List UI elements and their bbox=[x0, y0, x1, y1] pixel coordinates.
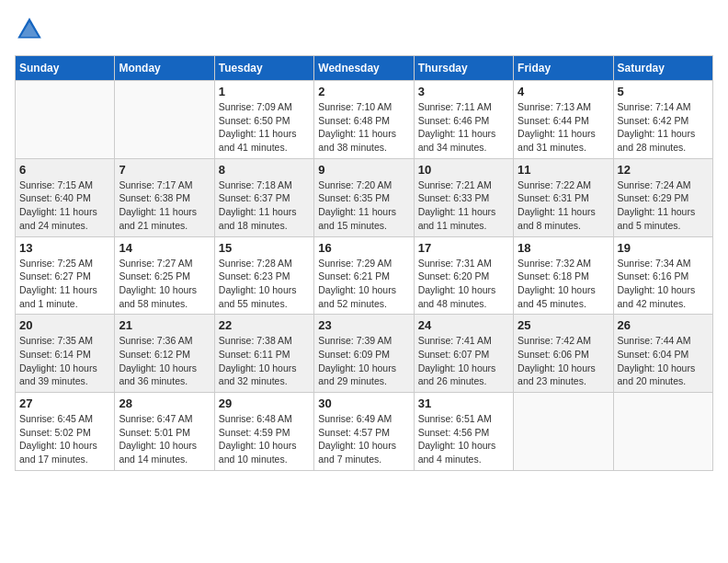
week-row-5: 27Sunrise: 6:45 AM Sunset: 5:02 PM Dayli… bbox=[16, 393, 713, 471]
day-number: 29 bbox=[219, 396, 310, 410]
day-info: Sunrise: 7:41 AM Sunset: 6:07 PM Dayligh… bbox=[418, 334, 509, 388]
calendar-cell: 31Sunrise: 6:51 AM Sunset: 4:56 PM Dayli… bbox=[414, 393, 513, 471]
calendar-cell: 11Sunrise: 7:22 AM Sunset: 6:31 PM Dayli… bbox=[514, 158, 613, 236]
day-info: Sunrise: 7:17 AM Sunset: 6:38 PM Dayligh… bbox=[119, 178, 210, 233]
calendar-cell: 24Sunrise: 7:41 AM Sunset: 6:07 PM Dayli… bbox=[414, 315, 513, 393]
logo bbox=[15, 15, 48, 44]
day-number: 21 bbox=[119, 318, 210, 332]
calendar-cell: 12Sunrise: 7:24 AM Sunset: 6:29 PM Dayli… bbox=[613, 158, 712, 236]
calendar-cell: 25Sunrise: 7:42 AM Sunset: 6:06 PM Dayli… bbox=[514, 315, 613, 393]
day-info: Sunrise: 7:42 AM Sunset: 6:06 PM Dayligh… bbox=[518, 334, 609, 388]
calendar-cell: 6Sunrise: 7:15 AM Sunset: 6:40 PM Daylig… bbox=[16, 158, 115, 236]
day-number: 4 bbox=[518, 85, 609, 98]
day-number: 19 bbox=[618, 241, 709, 255]
day-number: 6 bbox=[19, 163, 110, 177]
calendar-cell: 4Sunrise: 7:13 AM Sunset: 6:44 PM Daylig… bbox=[514, 81, 613, 159]
day-number: 1 bbox=[219, 85, 310, 98]
day-number: 28 bbox=[119, 396, 210, 410]
calendar-cell: 5Sunrise: 7:14 AM Sunset: 6:42 PM Daylig… bbox=[613, 81, 712, 159]
day-info: Sunrise: 7:39 AM Sunset: 6:09 PM Dayligh… bbox=[318, 334, 409, 388]
day-number: 5 bbox=[618, 85, 709, 98]
day-number: 22 bbox=[219, 318, 310, 332]
logo-icon bbox=[15, 15, 44, 44]
day-number: 3 bbox=[418, 85, 509, 98]
week-row-2: 6Sunrise: 7:15 AM Sunset: 6:40 PM Daylig… bbox=[16, 158, 713, 236]
calendar-cell: 27Sunrise: 6:45 AM Sunset: 5:02 PM Dayli… bbox=[16, 393, 115, 471]
day-info: Sunrise: 6:49 AM Sunset: 4:57 PM Dayligh… bbox=[318, 412, 409, 466]
calendar-table: SundayMondayTuesdayWednesdayThursdayFrid… bbox=[15, 55, 713, 471]
day-number: 8 bbox=[219, 163, 310, 177]
day-number: 18 bbox=[518, 241, 609, 255]
day-info: Sunrise: 6:45 AM Sunset: 5:02 PM Dayligh… bbox=[19, 412, 110, 466]
day-info: Sunrise: 6:47 AM Sunset: 5:01 PM Dayligh… bbox=[119, 412, 210, 466]
day-header-monday: Monday bbox=[115, 56, 214, 81]
calendar-cell: 16Sunrise: 7:29 AM Sunset: 6:21 PM Dayli… bbox=[314, 236, 414, 315]
calendar-cell: 17Sunrise: 7:31 AM Sunset: 6:20 PM Dayli… bbox=[414, 236, 513, 315]
day-info: Sunrise: 7:35 AM Sunset: 6:14 PM Dayligh… bbox=[19, 334, 110, 388]
day-number: 16 bbox=[318, 241, 409, 255]
day-info: Sunrise: 7:27 AM Sunset: 6:25 PM Dayligh… bbox=[119, 257, 210, 311]
header-row: SundayMondayTuesdayWednesdayThursdayFrid… bbox=[16, 56, 713, 81]
day-info: Sunrise: 6:48 AM Sunset: 4:59 PM Dayligh… bbox=[219, 412, 310, 466]
calendar-cell bbox=[514, 393, 613, 471]
day-info: Sunrise: 7:14 AM Sunset: 6:42 PM Dayligh… bbox=[618, 100, 709, 155]
day-number: 26 bbox=[618, 318, 709, 332]
day-number: 17 bbox=[418, 241, 509, 255]
day-number: 23 bbox=[318, 318, 409, 332]
calendar-cell: 7Sunrise: 7:17 AM Sunset: 6:38 PM Daylig… bbox=[115, 158, 214, 236]
day-number: 13 bbox=[19, 241, 110, 255]
day-number: 25 bbox=[518, 318, 609, 332]
calendar-cell: 29Sunrise: 6:48 AM Sunset: 4:59 PM Dayli… bbox=[214, 393, 313, 471]
day-info: Sunrise: 7:09 AM Sunset: 6:50 PM Dayligh… bbox=[219, 100, 310, 155]
calendar-cell: 22Sunrise: 7:38 AM Sunset: 6:11 PM Dayli… bbox=[214, 315, 313, 393]
day-number: 27 bbox=[19, 396, 110, 410]
calendar-cell: 18Sunrise: 7:32 AM Sunset: 6:18 PM Dayli… bbox=[514, 236, 613, 315]
day-header-sunday: Sunday bbox=[16, 56, 115, 81]
day-number: 20 bbox=[19, 318, 110, 332]
day-number: 24 bbox=[418, 318, 509, 332]
day-info: Sunrise: 7:34 AM Sunset: 6:16 PM Dayligh… bbox=[618, 257, 709, 311]
day-number: 14 bbox=[119, 241, 210, 255]
day-info: Sunrise: 7:10 AM Sunset: 6:48 PM Dayligh… bbox=[318, 100, 409, 155]
day-header-wednesday: Wednesday bbox=[314, 56, 414, 81]
day-number: 31 bbox=[418, 396, 509, 410]
day-number: 10 bbox=[418, 163, 509, 177]
day-number: 30 bbox=[318, 396, 409, 410]
day-info: Sunrise: 7:38 AM Sunset: 6:11 PM Dayligh… bbox=[219, 334, 310, 388]
day-info: Sunrise: 7:24 AM Sunset: 6:29 PM Dayligh… bbox=[618, 178, 709, 233]
week-row-3: 13Sunrise: 7:25 AM Sunset: 6:27 PM Dayli… bbox=[16, 236, 713, 315]
day-header-saturday: Saturday bbox=[613, 56, 712, 81]
day-info: Sunrise: 7:11 AM Sunset: 6:46 PM Dayligh… bbox=[418, 100, 509, 155]
day-number: 15 bbox=[219, 241, 310, 255]
week-row-1: 1Sunrise: 7:09 AM Sunset: 6:50 PM Daylig… bbox=[16, 81, 713, 159]
calendar-cell: 26Sunrise: 7:44 AM Sunset: 6:04 PM Dayli… bbox=[613, 315, 712, 393]
day-number: 2 bbox=[318, 85, 409, 98]
week-row-4: 20Sunrise: 7:35 AM Sunset: 6:14 PM Dayli… bbox=[16, 315, 713, 393]
day-number: 11 bbox=[518, 163, 609, 177]
calendar-cell: 28Sunrise: 6:47 AM Sunset: 5:01 PM Dayli… bbox=[115, 393, 214, 471]
calendar-cell: 8Sunrise: 7:18 AM Sunset: 6:37 PM Daylig… bbox=[214, 158, 313, 236]
calendar-cell: 3Sunrise: 7:11 AM Sunset: 6:46 PM Daylig… bbox=[414, 81, 513, 159]
day-header-tuesday: Tuesday bbox=[214, 56, 313, 81]
calendar-cell: 2Sunrise: 7:10 AM Sunset: 6:48 PM Daylig… bbox=[314, 81, 414, 159]
calendar-cell bbox=[613, 393, 712, 471]
calendar-cell: 20Sunrise: 7:35 AM Sunset: 6:14 PM Dayli… bbox=[16, 315, 115, 393]
calendar-cell: 19Sunrise: 7:34 AM Sunset: 6:16 PM Dayli… bbox=[613, 236, 712, 315]
calendar-cell: 21Sunrise: 7:36 AM Sunset: 6:12 PM Dayli… bbox=[115, 315, 214, 393]
day-info: Sunrise: 7:22 AM Sunset: 6:31 PM Dayligh… bbox=[518, 178, 609, 233]
day-header-thursday: Thursday bbox=[414, 56, 513, 81]
day-info: Sunrise: 7:13 AM Sunset: 6:44 PM Dayligh… bbox=[518, 100, 609, 155]
day-number: 7 bbox=[119, 163, 210, 177]
calendar-cell: 30Sunrise: 6:49 AM Sunset: 4:57 PM Dayli… bbox=[314, 393, 414, 471]
calendar-cell: 10Sunrise: 7:21 AM Sunset: 6:33 PM Dayli… bbox=[414, 158, 513, 236]
day-info: Sunrise: 7:31 AM Sunset: 6:20 PM Dayligh… bbox=[418, 257, 509, 311]
day-info: Sunrise: 7:36 AM Sunset: 6:12 PM Dayligh… bbox=[119, 334, 210, 388]
calendar-cell: 1Sunrise: 7:09 AM Sunset: 6:50 PM Daylig… bbox=[214, 81, 313, 159]
day-info: Sunrise: 7:29 AM Sunset: 6:21 PM Dayligh… bbox=[318, 257, 409, 311]
day-info: Sunrise: 7:18 AM Sunset: 6:37 PM Dayligh… bbox=[219, 178, 310, 233]
calendar-cell: 14Sunrise: 7:27 AM Sunset: 6:25 PM Dayli… bbox=[115, 236, 214, 315]
day-info: Sunrise: 7:44 AM Sunset: 6:04 PM Dayligh… bbox=[618, 334, 709, 388]
calendar-cell: 9Sunrise: 7:20 AM Sunset: 6:35 PM Daylig… bbox=[314, 158, 414, 236]
calendar-cell: 13Sunrise: 7:25 AM Sunset: 6:27 PM Dayli… bbox=[16, 236, 115, 315]
day-info: Sunrise: 7:15 AM Sunset: 6:40 PM Dayligh… bbox=[19, 178, 110, 233]
